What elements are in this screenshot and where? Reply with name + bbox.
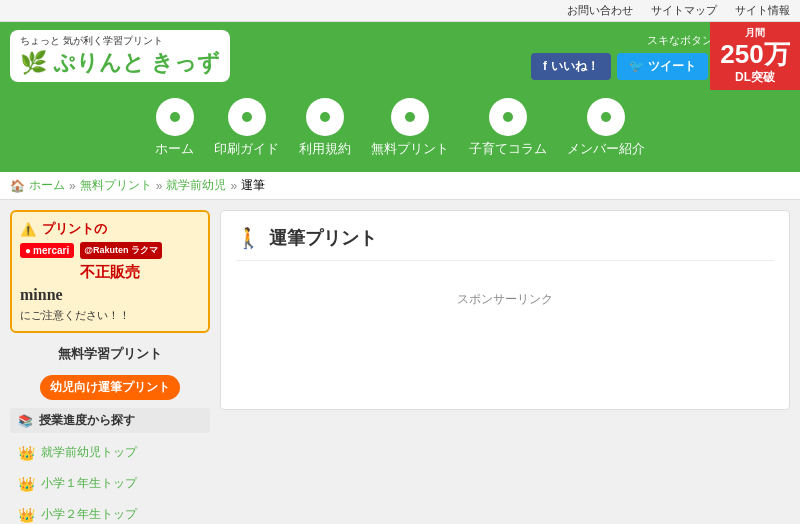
logo-tagline: ちょっと 気が利く学習プリント [20, 34, 163, 48]
content-card: 🚶 運筆プリント スポンサーリンク [220, 210, 790, 410]
nav-print-guide[interactable]: 印刷ガイド [214, 98, 279, 158]
rakuten-logo: @Rakuten ラクマ [80, 242, 162, 259]
home-icon: 🏠 [10, 179, 25, 193]
facebook-icon: f [543, 59, 547, 73]
breadcrumb-preschool[interactable]: 就学前幼児 [166, 177, 226, 194]
crown-icon-1: 👑 [18, 445, 35, 461]
nav-terms[interactable]: 利用規約 [299, 98, 351, 158]
crown-icon-3: 👑 [18, 507, 35, 523]
site-info-link[interactable]: サイト情報 [735, 4, 790, 16]
nav-circle [587, 98, 625, 136]
warning-icon: ⚠️ [20, 222, 36, 237]
content-title-icon: 🚶 [236, 226, 261, 250]
banner-unit: DL突破 [735, 70, 775, 84]
nav-home[interactable]: ホーム [155, 98, 194, 158]
twitter-button[interactable]: 🐦 ツイート [617, 53, 708, 80]
logo-area: ちょっと 気が利く学習プリント 🌿 ぷりんと きっず [10, 30, 230, 82]
main-layout: ⚠️ プリントの ● mercari @Rakuten ラクマ 不正販売 min… [0, 200, 800, 524]
sidebar-section-header: 📚 授業進度から探す [10, 408, 210, 433]
sidebar-link-grade2[interactable]: 👑 小学２年生トップ [10, 503, 210, 524]
nav-parenting[interactable]: 子育てコラム [469, 98, 547, 158]
warning-main-text: 不正販売 [20, 263, 200, 282]
nav-circle [156, 98, 194, 136]
nav-circle [489, 98, 527, 136]
sidebar-warning: ⚠️ プリントの ● mercari @Rakuten ラクマ 不正販売 min… [10, 210, 210, 333]
breadcrumb: 🏠 ホーム » 無料プリント » 就学前幼児 » 運筆 [0, 170, 800, 200]
content-title: 🚶 運筆プリント [236, 226, 774, 261]
sidebar-free-prints-title: 無料学習プリント [10, 341, 210, 367]
nav-free-print[interactable]: 無料プリント [371, 98, 449, 158]
breadcrumb-sep3: » [230, 179, 237, 193]
mercari-logo: ● mercari [20, 243, 74, 258]
red-banner: 月間 250万 DL突破 [710, 22, 800, 90]
book-icon: 📚 [18, 414, 33, 428]
sidebar-link-grade1[interactable]: 👑 小学１年生トップ [10, 472, 210, 495]
warning-header: ⚠️ プリントの [20, 220, 200, 238]
sidebar-link-preschool[interactable]: 👑 就学前幼児トップ [10, 441, 210, 464]
breadcrumb-current: 運筆 [241, 177, 265, 194]
breadcrumb-sep1: » [69, 179, 76, 193]
nav-circle [391, 98, 429, 136]
mercari-icon: ● [25, 245, 31, 256]
contact-link[interactable]: お問い合わせ [567, 4, 633, 16]
banner-number: 250万 [720, 39, 789, 70]
header: ちょっと 気が利く学習プリント 🌿 ぷりんと きっず スキなボタンを選ぶがイイ・… [0, 22, 800, 90]
nav-bar: ホーム 印刷ガイド 利用規約 無料プリント 子育てコラム メンバー紹介 [0, 90, 800, 170]
nav-circle [228, 98, 266, 136]
warning-notice-text: にご注意ください！！ [20, 308, 200, 323]
twitter-icon: 🐦 [629, 59, 644, 73]
content-title-text: 運筆プリント [269, 226, 377, 250]
warning-header-text: プリントの [42, 220, 107, 238]
nav-members[interactable]: メンバー紹介 [567, 98, 645, 158]
logo-box: ちょっと 気が利く学習プリント 🌿 ぷりんと きっず [10, 30, 230, 82]
logo-main: 🌿 ぷりんと きっず [20, 48, 220, 78]
sidebar: ⚠️ プリントの ● mercari @Rakuten ラクマ 不正販売 min… [10, 210, 210, 524]
sidebar-badge[interactable]: 幼児向け運筆プリント [40, 375, 180, 400]
sitemap-link[interactable]: サイトマップ [651, 4, 717, 16]
top-bar: お問い合わせ サイトマップ サイト情報 [0, 0, 800, 22]
breadcrumb-free-print[interactable]: 無料プリント [80, 177, 152, 194]
breadcrumb-home[interactable]: ホーム [29, 177, 65, 194]
breadcrumb-sep2: » [156, 179, 163, 193]
minne-logo: minne [20, 286, 200, 304]
nav-circle [306, 98, 344, 136]
facebook-button[interactable]: f いいね！ [531, 53, 611, 80]
banner-small-text: 月間 [745, 27, 765, 39]
content-area: 🚶 運筆プリント スポンサーリンク [210, 210, 790, 524]
warning-logos: ● mercari @Rakuten ラクマ [20, 242, 200, 259]
sponsor-text: スポンサーリンク [236, 291, 774, 308]
crown-icon-2: 👑 [18, 476, 35, 492]
